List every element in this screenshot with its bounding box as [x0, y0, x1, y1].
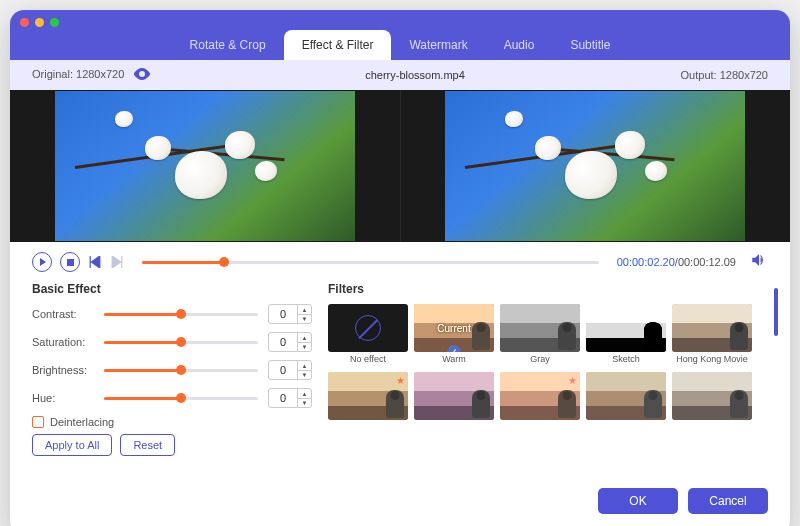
star-icon: ★	[396, 375, 405, 386]
reset-button[interactable]: Reset	[120, 434, 175, 456]
filename: cherry-blossom.mp4	[200, 69, 630, 81]
step-down-icon[interactable]: ▼	[298, 370, 311, 379]
tab-rotate-crop[interactable]: Rotate & Crop	[172, 30, 284, 60]
filter-label: No effect	[350, 354, 386, 366]
param-slider-2[interactable]	[104, 369, 258, 372]
tab-watermark[interactable]: Watermark	[391, 30, 485, 60]
filter-label: Warm	[442, 354, 466, 366]
filter-item-f6[interactable]	[414, 372, 494, 434]
app-window: Rotate & Crop Effect & Filter Watermark …	[10, 10, 790, 526]
step-up-icon[interactable]: ▲	[298, 361, 311, 370]
param-label: Saturation:	[32, 336, 104, 348]
filters-panel: Filters No effectCurrent✓WarmGraySketchH…	[328, 282, 768, 482]
step-up-icon[interactable]: ▲	[298, 333, 311, 342]
footer: OK Cancel	[10, 482, 790, 520]
filters-title: Filters	[328, 282, 768, 296]
step-up-icon[interactable]: ▲	[298, 389, 311, 398]
next-frame-button[interactable]	[110, 252, 124, 272]
param-value-3[interactable]: 0▲▼	[268, 388, 312, 408]
prev-frame-button[interactable]	[88, 252, 102, 272]
check-icon: ✓	[447, 345, 461, 352]
preview-eye-icon[interactable]	[133, 68, 151, 82]
tab-effect-filter[interactable]: Effect & Filter	[284, 30, 392, 60]
tab-bar: Rotate & Crop Effect & Filter Watermark …	[10, 30, 790, 60]
filter-label: Gray	[530, 354, 550, 366]
basic-effect-panel: Basic Effect Contrast:0▲▼Saturation:0▲▼B…	[32, 282, 312, 482]
titlebar	[10, 10, 790, 28]
filter-label: Hong Kong Movie	[676, 354, 748, 366]
basic-effect-title: Basic Effect	[32, 282, 312, 296]
no-effect-icon	[355, 315, 381, 341]
output-resolution: Output: 1280x720	[630, 69, 790, 81]
stop-button[interactable]	[60, 252, 80, 272]
tab-subtitle[interactable]: Subtitle	[552, 30, 628, 60]
ok-button[interactable]: OK	[598, 488, 678, 514]
param-slider-0[interactable]	[104, 313, 258, 316]
deinterlacing-label: Deinterlacing	[50, 416, 114, 428]
minimize-icon[interactable]	[35, 18, 44, 27]
time-duration: /00:00:12.09	[675, 256, 736, 268]
timeline-slider[interactable]	[142, 261, 599, 264]
step-up-icon[interactable]: ▲	[298, 305, 311, 314]
tab-audio[interactable]: Audio	[486, 30, 553, 60]
playback-controls: 00:00:02.20/00:00:12.09	[10, 242, 790, 282]
cancel-button[interactable]: Cancel	[688, 488, 768, 514]
deinterlacing-toggle[interactable]: Deinterlacing	[32, 416, 312, 428]
filter-item-warm[interactable]: Current✓Warm	[414, 304, 494, 366]
apply-to-all-button[interactable]: Apply to All	[32, 434, 112, 456]
info-bar: Original: 1280x720 cherry-blossom.mp4 Ou…	[10, 60, 790, 90]
param-label: Hue:	[32, 392, 104, 404]
preview-area	[10, 90, 790, 242]
filter-item-sketch[interactable]: Sketch	[586, 304, 666, 366]
param-value-0[interactable]: 0▲▼	[268, 304, 312, 324]
deinterlacing-checkbox[interactable]	[32, 416, 44, 428]
lower-panel: 00:00:02.20/00:00:12.09 Basic Effect Con…	[10, 242, 790, 526]
param-slider-3[interactable]	[104, 397, 258, 400]
filter-item-gray[interactable]: Gray	[500, 304, 580, 366]
time-current: 00:00:02.20	[617, 256, 675, 268]
volume-icon[interactable]	[750, 251, 768, 273]
step-down-icon[interactable]: ▼	[298, 314, 311, 323]
filter-item-f8[interactable]	[586, 372, 666, 434]
output-preview	[400, 90, 791, 242]
maximize-icon[interactable]	[50, 18, 59, 27]
step-down-icon[interactable]: ▼	[298, 398, 311, 407]
param-slider-1[interactable]	[104, 341, 258, 344]
filter-item-f7[interactable]: ★	[500, 372, 580, 434]
filter-item-f9[interactable]	[672, 372, 752, 434]
param-value-2[interactable]: 0▲▼	[268, 360, 312, 380]
original-preview	[10, 90, 400, 242]
filter-label: Sketch	[612, 354, 640, 366]
filter-item-hong-kong-movie[interactable]: Hong Kong Movie	[672, 304, 752, 366]
filter-item-f5[interactable]: ★	[328, 372, 408, 434]
current-badge: Current	[437, 323, 470, 334]
param-value-1[interactable]: 0▲▼	[268, 332, 312, 352]
param-label: Brightness:	[32, 364, 104, 376]
step-down-icon[interactable]: ▼	[298, 342, 311, 351]
param-label: Contrast:	[32, 308, 104, 320]
close-icon[interactable]	[20, 18, 29, 27]
filter-item-no-effect[interactable]: No effect	[328, 304, 408, 366]
original-resolution: Original: 1280x720	[32, 68, 124, 80]
play-button[interactable]	[32, 252, 52, 272]
star-icon: ★	[568, 375, 577, 386]
filters-scrollbar[interactable]	[774, 288, 778, 336]
